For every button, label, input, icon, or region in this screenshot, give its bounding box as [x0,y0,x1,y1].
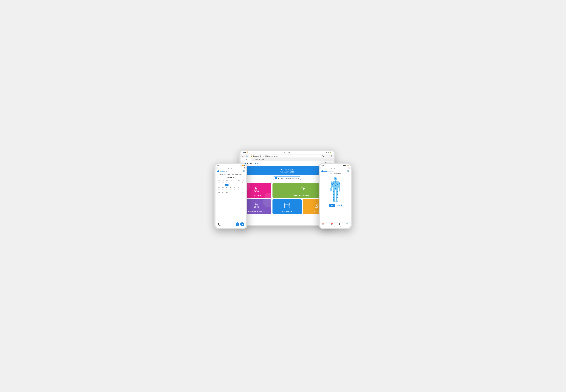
phone-right-home-bar [331,227,339,227]
phone-left-logo-light: BYZ [226,170,229,172]
cal-day[interactable]: 11 [241,184,245,186]
tab-calendar-log[interactable]: 📅 Calendar Log [329,223,335,226]
phone-left-device: 9:41 ▲▲▲ 📶 ▮ ✕ cbyz-epro-dev-ed.lightnin… [214,163,247,229]
bookmarks-button[interactable]: 📖 [246,155,248,157]
refresh-icon[interactable]: ↻ [322,155,324,157]
cal-day[interactable]: 5 [217,184,221,186]
tab-history[interactable]: 🕐 History [345,223,348,226]
cal-day[interactable]: 10 [237,184,241,186]
cal-header-sun: Sun [241,179,245,181]
tab-2-label: Cloudbyz.com [254,159,264,160]
svg-point-35 [218,170,219,171]
phone-left-browser-bar: ✕ cbyz-epro-dev-ed.lightning.force.com ↻ [216,167,246,169]
svg-point-54 [335,178,336,179]
svg-point-60 [331,183,332,184]
phone-right-app-header: CLOUDBYZ ⚙️ [320,169,351,173]
phone-left-indicators: ▲▲▲ 📶 ▮ [239,165,245,166]
cal-day[interactable]: 28 [225,191,229,194]
cal-day[interactable]: 14 [225,186,229,189]
body-figure[interactable] [328,176,342,203]
tablet-browser-bar: ‹ › 📖 🔒 cbyz-ctms-dev-ed.lightning.force… [240,154,334,158]
svg-point-69 [336,197,338,198]
cal-header-thu: Thu [229,179,233,181]
tab-close-icon[interactable]: ✕ [243,159,245,160]
phone-call-icon[interactable]: 📞 [218,223,221,226]
svg-point-39 [322,170,323,171]
cal-day[interactable]: 1 [229,182,233,184]
tab-1[interactable]: ✕ Tab 1 [240,158,251,161]
cal-day[interactable]: 24 [237,189,241,191]
phone-next-button[interactable]: ❯ [240,222,244,226]
medication-svg-icon [254,202,260,208]
cal-day[interactable]: 8 [229,184,233,186]
cal-day[interactable]: 2 [233,191,237,194]
tab-2[interactable]: Cloudbyz.com [251,158,266,161]
svg-point-68 [333,197,334,198]
drug-badge[interactable]: + VX-659 + Tezacaftor + Ivacaftor [273,176,301,180]
battery-icon-right: ▮ [348,165,349,166]
phone-left-gear-icon[interactable]: ⚙️ [243,170,245,172]
help-tab-icon: 📞 [339,223,341,225]
cal-day[interactable]: 16 [233,186,237,189]
cal-day[interactable]: 17 [237,186,241,189]
cal-day[interactable]: 30 [221,182,225,184]
cal-day[interactable]: 19 [217,189,221,191]
battery-percent: 58% [326,152,329,153]
calendar-log-tab-icon: 📅 [331,223,333,225]
cal-day[interactable]: 3 [237,191,241,194]
cal-day[interactable]: 29 [217,182,221,184]
cal-prev-button[interactable]: ‹ [217,177,218,179]
cal-day[interactable]: 27 [221,191,225,194]
cal-day[interactable]: 4 [241,191,245,194]
battery-icon: 🔋 [330,152,331,153]
forward-button[interactable]: › [244,155,245,157]
cal-day[interactable]: 20 [221,189,225,191]
close-tab-icon[interactable]: ✕ [217,167,218,168]
tabs-icon[interactable]: ⧉ [331,155,332,157]
cal-day[interactable]: 6 [221,184,225,186]
tab-home[interactable]: 🏠 Home [322,223,325,226]
cal-day-selected[interactable]: 7 [225,184,229,186]
tab-help[interactable]: 📞 Help [339,223,341,226]
tab-1-label: Tab 1 [245,159,248,160]
calendar-icon [284,202,290,210]
cal-day[interactable]: 4 [241,182,245,184]
card-calendar[interactable]: CALENDAR [273,199,302,214]
svg-point-58 [332,184,333,185]
phone-right-url[interactable]: cbyz-epro-dev-ed.lightning.force.com [321,167,348,169]
cal-day[interactable]: 22 [229,189,233,191]
svg-point-61 [339,183,340,184]
cal-day[interactable]: 31 [225,182,229,184]
svg-rect-41 [335,180,336,181]
greeting-text: HI, NAME [242,168,332,171]
tablet-time: 9:41 AM [284,152,290,153]
cal-day[interactable]: 18 [241,186,245,189]
new-tab-icon[interactable]: + [328,155,329,157]
cal-day[interactable]: 23 [233,189,237,191]
cal-day[interactable]: 12 [217,186,221,189]
cal-day[interactable]: 2 [233,182,237,184]
cal-day[interactable]: 9 [233,184,237,186]
cal-day[interactable]: 26 [217,191,221,194]
browser-actions: ⬆ + ⧉ [325,155,332,157]
phone-left-url[interactable]: cbyz-epro-dev-ed.lightning.force.com [218,167,244,169]
share-icon[interactable]: ⬆ [325,155,327,157]
cal-next-button[interactable]: › [244,177,245,179]
cal-day[interactable]: 1 [229,191,233,194]
cal-day[interactable]: 13 [221,186,225,189]
cal-day[interactable]: 15 [229,186,233,189]
phone-prev-button[interactable]: ❮ [235,222,239,226]
refresh-icon-right[interactable]: ↻ [349,167,349,168]
cal-day[interactable]: 21 [225,189,229,191]
phone-right-gear-icon[interactable]: ⚙️ [347,170,349,172]
home-tab-icon: 🏠 [322,223,324,225]
phone-left-app-header: CLOUDBYZ ⚙️ [216,169,246,173]
phone-left-time: 9:41 [217,165,220,166]
refresh-icon-left[interactable]: ↻ [244,167,245,168]
cal-day[interactable]: 25 [241,189,245,191]
back-button[interactable]: ‹ [242,155,243,157]
phone-right-logo-icon [321,170,324,172]
cal-day[interactable]: 3 [237,182,241,184]
phone-left-home-bar [227,227,235,227]
url-bar[interactable]: 🔒 cbyz-ctms-dev-ed.lightning.force.com [249,155,321,157]
